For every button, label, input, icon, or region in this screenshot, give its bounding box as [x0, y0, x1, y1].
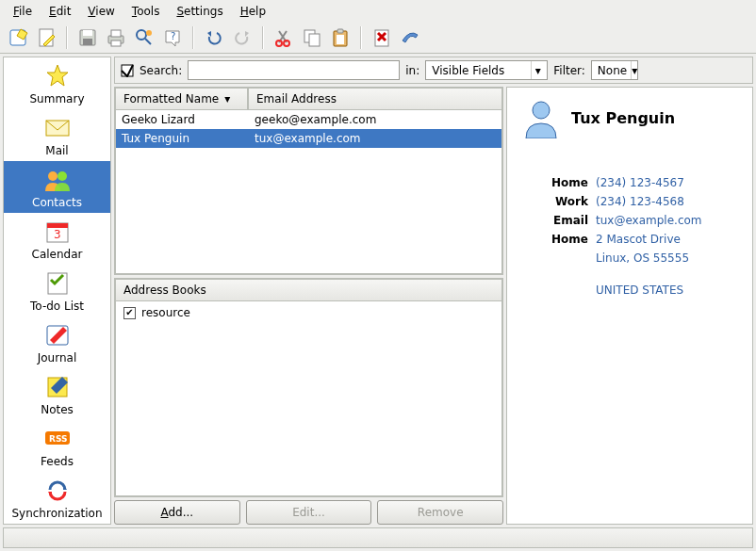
svg-point-26: [58, 171, 67, 181]
sidebar-label: To-do List: [30, 300, 84, 313]
svg-rect-17: [309, 34, 320, 46]
sidebar-item-summary[interactable]: Summary: [4, 57, 110, 109]
svg-point-14: [276, 41, 282, 46]
edit-button[interactable]: Edit...: [246, 500, 372, 525]
svg-point-15: [284, 41, 289, 46]
sidebar-label: Summary: [30, 92, 85, 105]
info-label: Email: [520, 214, 588, 227]
search-bar: Search: in: Visible Fields ▾ Filter: Non…: [114, 57, 753, 84]
sidebar-label: Mail: [45, 144, 68, 157]
sidebar-label: Journal: [38, 351, 77, 365]
sync-icon: [41, 477, 74, 505]
menu-edit[interactable]: Edit: [41, 2, 78, 21]
todo-icon: [41, 269, 74, 298]
undo-icon[interactable]: [202, 25, 226, 50]
cell-email: tux@example.com: [249, 132, 501, 145]
sidebar-label: Calendar: [32, 248, 83, 261]
new-icon[interactable]: [6, 25, 30, 50]
info-value: Linux, OS 55555: [596, 251, 739, 265]
menu-settings[interactable]: Settings: [169, 2, 230, 21]
search-mode-icon[interactable]: [121, 64, 134, 77]
copy-icon[interactable]: [300, 25, 324, 50]
print-icon[interactable]: [104, 25, 128, 50]
address-books-body: ✔ resource: [115, 301, 502, 496]
col-email[interactable]: Email Address: [248, 88, 502, 110]
cell-email: geeko@example.com: [249, 113, 501, 126]
sidebar-item-mail[interactable]: Mail: [4, 109, 110, 161]
remove-button[interactable]: Remove: [377, 500, 503, 525]
info-label: Home: [520, 176, 588, 189]
chevron-down-icon: ▾: [631, 61, 637, 79]
search-people-icon[interactable]: [132, 25, 156, 50]
add-button[interactable]: Add...: [114, 500, 240, 525]
cut-icon[interactable]: [271, 25, 296, 50]
svg-rect-3: [83, 30, 92, 36]
svg-rect-20: [337, 35, 344, 44]
info-value[interactable]: (234) 123-4567: [596, 176, 739, 189]
sidebar-item-journal[interactable]: Journal: [4, 316, 110, 368]
info-value: UNITED STATES: [596, 284, 739, 297]
redo-icon[interactable]: [230, 25, 255, 50]
cell-name: Tux Penguin: [116, 132, 249, 145]
sidebar-item-todo[interactable]: To-do List: [4, 265, 110, 316]
checkbox-icon[interactable]: ✔: [123, 307, 136, 319]
address-book-item[interactable]: ✔ resource: [123, 306, 494, 319]
chevron-down-icon: ▾: [531, 61, 544, 79]
menu-help[interactable]: Help: [233, 2, 273, 21]
sidebar-label: Notes: [41, 403, 74, 416]
table-row[interactable]: Tux Penguin tux@example.com: [116, 129, 501, 148]
menu-file[interactable]: File: [6, 2, 40, 21]
delete-icon[interactable]: [370, 25, 394, 50]
search-input[interactable]: [188, 60, 400, 80]
svg-rect-30: [48, 273, 67, 294]
contacts-table: Formatted Name ▾ Email Address Geeko Liz…: [114, 87, 503, 275]
svg-point-25: [48, 171, 58, 181]
info-row-home-address: Home 2 Mascot Drive: [520, 233, 739, 246]
svg-point-36: [533, 102, 550, 119]
calendar-icon: 3: [41, 218, 74, 246]
table-row[interactable]: Geeko Lizard geeko@example.com: [116, 110, 501, 129]
filter-dropdown[interactable]: None ▾: [591, 60, 638, 80]
summary-icon: [41, 62, 74, 90]
sidebar-item-feeds[interactable]: RSS Feeds: [4, 420, 110, 472]
separator: [360, 26, 362, 49]
table-header: Formatted Name ▾ Email Address: [115, 88, 502, 110]
info-value[interactable]: tux@example.com: [596, 214, 739, 227]
svg-point-10: [146, 30, 152, 36]
paste-icon[interactable]: [328, 25, 353, 50]
sidebar-item-notes[interactable]: Notes: [4, 368, 110, 420]
info-label: Work: [520, 195, 588, 208]
info-row-work-phone: Work (234) 123-4568: [520, 195, 739, 208]
whatsthis-icon[interactable]: ?: [160, 25, 185, 50]
sidebar-item-calendar[interactable]: 3 Calendar: [4, 213, 110, 265]
notes-icon: [41, 373, 74, 401]
sidebar: Summary Mail Contacts 3 Calendar To-do L…: [3, 57, 111, 525]
edit-icon[interactable]: [34, 25, 58, 50]
search-in-value: Visible Fields: [432, 64, 527, 77]
button-row: Add... Edit... Remove: [114, 500, 503, 525]
table-body[interactable]: Geeko Lizard geeko@example.com Tux Pengu…: [115, 110, 502, 274]
toolbar: ?: [0, 23, 756, 54]
svg-text:?: ?: [171, 31, 175, 41]
sidebar-item-sync[interactable]: Synchronization: [4, 472, 110, 524]
svg-point-8: [137, 30, 146, 40]
search-label: Search:: [140, 64, 182, 77]
journal-icon: [41, 321, 74, 349]
col-formatted-name[interactable]: Formatted Name ▾: [115, 88, 248, 110]
sidebar-label: Feeds: [41, 455, 74, 468]
search-in-dropdown[interactable]: Visible Fields ▾: [425, 60, 548, 80]
sidebar-label: Synchronization: [11, 507, 102, 520]
sidebar-item-contacts[interactable]: Contacts: [4, 161, 110, 213]
sidebar-label: Contacts: [32, 196, 82, 209]
contacts-icon: [41, 166, 74, 194]
svg-line-9: [145, 39, 151, 44]
in-label: in:: [405, 64, 419, 77]
menu-view[interactable]: View: [80, 2, 122, 21]
status-bar: [3, 527, 753, 548]
save-icon[interactable]: [75, 25, 100, 50]
info-value[interactable]: (234) 123-4568: [596, 195, 739, 208]
menubar: File Edit View Tools Settings Help: [0, 0, 756, 23]
svg-rect-7: [111, 41, 121, 46]
phone-icon[interactable]: [398, 25, 422, 50]
menu-tools[interactable]: Tools: [124, 2, 168, 21]
